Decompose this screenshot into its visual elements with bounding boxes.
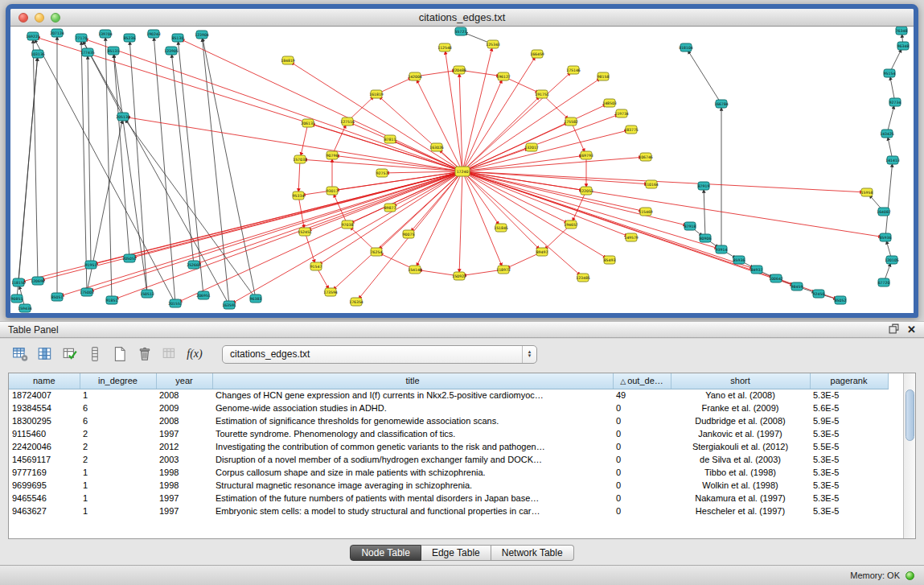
- graph-node[interactable]: [250, 295, 261, 303]
- graph-node[interactable]: [598, 72, 609, 80]
- table-row[interactable]: 2242004622012Investigating the contribut…: [9, 440, 888, 453]
- graph-edge[interactable]: [459, 70, 503, 76]
- graph-node[interactable]: [896, 27, 907, 35]
- graph-node[interactable]: [51, 29, 63, 37]
- graph-node[interactable]: [532, 50, 543, 58]
- graph-edge[interactable]: [17, 54, 38, 299]
- graph-edge[interactable]: [415, 70, 459, 76]
- graph-node[interactable]: [454, 272, 465, 280]
- graph-edge[interactable]: [462, 171, 690, 226]
- graph-node[interactable]: [626, 126, 637, 134]
- table-cell[interactable]: 2009: [156, 402, 212, 414]
- graph-edge[interactable]: [459, 70, 462, 171]
- close-window-button[interactable]: [18, 13, 28, 23]
- graph-node[interactable]: [454, 66, 465, 74]
- table-cell[interactable]: 14569117: [9, 453, 80, 466]
- table-cell[interactable]: 9699695: [9, 479, 80, 492]
- graph-node[interactable]: [293, 192, 304, 200]
- graph-node[interactable]: [439, 43, 450, 51]
- graph-edge[interactable]: [415, 270, 459, 276]
- graph-node[interactable]: [85, 261, 97, 269]
- tab-node-table[interactable]: Node Table: [350, 545, 421, 561]
- column-header-title[interactable]: title: [212, 373, 613, 389]
- graph-edge[interactable]: [175, 171, 462, 303]
- graph-node[interactable]: [188, 261, 199, 269]
- zoom-window-button[interactable]: [51, 13, 60, 23]
- graph-edge[interactable]: [91, 171, 462, 265]
- graph-node[interactable]: [326, 151, 338, 159]
- table-cell[interactable]: 5.3E-5: [810, 389, 888, 402]
- graph-edge[interactable]: [462, 171, 867, 192]
- graph-edge[interactable]: [154, 34, 175, 303]
- table-cell[interactable]: Jankovic et al. (1997): [671, 427, 810, 440]
- graph-node[interactable]: [526, 143, 537, 151]
- table-row[interactable]: 1456911722003Disruption of a novel membe…: [9, 453, 888, 466]
- graph-edge[interactable]: [462, 70, 573, 171]
- graph-node[interactable]: [640, 208, 651, 216]
- graph-node[interactable]: [371, 90, 382, 98]
- graph-node[interactable]: [172, 34, 183, 42]
- graph-node[interactable]: [124, 34, 135, 42]
- graph-edge[interactable]: [462, 171, 840, 300]
- graph-node[interactable]: [577, 274, 589, 282]
- table-cell[interactable]: 1998: [156, 479, 212, 492]
- graph-node[interactable]: [124, 254, 135, 262]
- graph-node[interactable]: [646, 180, 657, 188]
- table-cell[interactable]: 1997: [156, 505, 212, 517]
- graph-edge[interactable]: [382, 171, 462, 173]
- table-cell[interactable]: 1: [80, 505, 156, 517]
- graph-node[interactable]: [536, 248, 548, 256]
- graph-node[interactable]: [76, 34, 87, 42]
- table-cell[interactable]: Genome-wide association studies in ADHD.: [212, 402, 613, 414]
- table-row[interactable]: 1872400712008Changes of HCN gene express…: [9, 389, 888, 402]
- graph-edge[interactable]: [571, 122, 586, 155]
- graph-node[interactable]: [108, 47, 119, 55]
- network-window-titlebar[interactable]: citations_edges.txt: [10, 9, 914, 27]
- table-cell[interactable]: 1: [80, 492, 156, 505]
- table-cell[interactable]: Estimation of the future numbers of pati…: [212, 492, 613, 505]
- table-cell[interactable]: 1: [80, 466, 156, 479]
- graph-node[interactable]: [791, 282, 803, 290]
- graph-edge[interactable]: [462, 94, 542, 171]
- table-cell[interactable]: 0: [613, 479, 671, 492]
- graph-node[interactable]: [880, 233, 891, 241]
- table-cell[interactable]: 49: [613, 389, 671, 402]
- table-cell[interactable]: 5.9E-5: [810, 414, 888, 427]
- table-row[interactable]: 1830029562008Estimation of significance …: [9, 414, 888, 427]
- table-cell[interactable]: Changes of HCN gene expression and I(f) …: [212, 389, 613, 402]
- graph-node[interactable]: [294, 155, 306, 163]
- table-row[interactable]: 977716911998Corpus callosum shape and si…: [9, 466, 888, 479]
- table-cell[interactable]: 1: [80, 389, 156, 402]
- graph-node[interactable]: [565, 117, 577, 126]
- table-cell[interactable]: 1998: [156, 466, 212, 479]
- table-cell[interactable]: 0: [613, 466, 671, 479]
- graph-edge[interactable]: [178, 38, 462, 171]
- graph-edge[interactable]: [81, 38, 87, 292]
- graph-node[interactable]: [32, 50, 43, 58]
- table-cell[interactable]: 0: [613, 402, 671, 414]
- graph-node[interactable]: [302, 119, 314, 127]
- graph-edge[interactable]: [298, 159, 300, 196]
- graph-node[interactable]: [82, 48, 93, 56]
- graph-node[interactable]: [680, 43, 692, 51]
- graph-edge[interactable]: [88, 52, 91, 265]
- graph-node[interactable]: [770, 274, 782, 282]
- table-cell[interactable]: 5.3E-5: [810, 492, 888, 505]
- graph-edge[interactable]: [462, 171, 610, 260]
- graph-node[interactable]: [351, 298, 362, 306]
- graph-node[interactable]: [32, 277, 43, 285]
- table-cell[interactable]: Dudbridge et al. (2008): [671, 414, 810, 427]
- graph-node[interactable]: [166, 47, 177, 55]
- graph-node[interactable]: [616, 109, 627, 117]
- table-cell[interactable]: 6: [80, 414, 156, 427]
- graph-node[interactable]: [861, 188, 873, 196]
- column-header-year[interactable]: year: [156, 373, 212, 389]
- graph-node[interactable]: [733, 256, 745, 264]
- column-header-pagerank[interactable]: pagerank: [810, 373, 888, 389]
- graph-node[interactable]: [878, 278, 889, 286]
- table-scrollbar-thumb[interactable]: [906, 389, 914, 441]
- graph-node[interactable]: [884, 69, 895, 77]
- graph-node[interactable]: [117, 113, 129, 121]
- show-columns-button[interactable]: [35, 344, 55, 365]
- graph-node[interactable]: [13, 278, 24, 286]
